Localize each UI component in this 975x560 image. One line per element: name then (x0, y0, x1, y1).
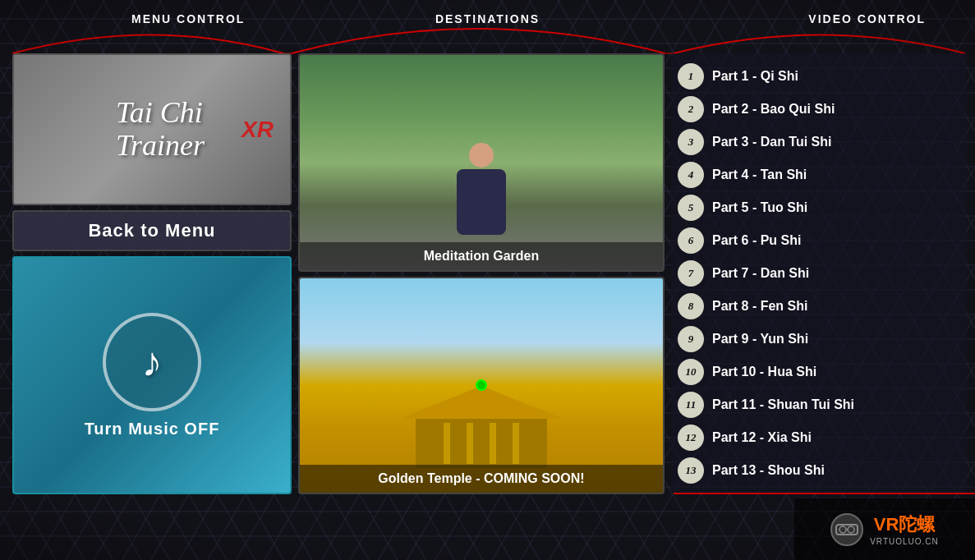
svg-point-3 (839, 526, 846, 533)
video-part-item[interactable]: 1Part 1 - Qi Shi (671, 60, 967, 93)
vr-sub-label: VRTUOLUO.CN (870, 537, 939, 546)
part-name: Part 1 - Qi Shi (712, 69, 798, 84)
part-badge: 1 (678, 63, 704, 90)
logo-xr-badge: XR (241, 117, 274, 143)
video-part-item[interactable]: 2Part 2 - Bao Qui Shi (671, 93, 967, 126)
part-badge: 2 (678, 96, 704, 122)
part-badge: 11 (678, 392, 704, 418)
part-name: Part 12 - Xia Shi (712, 430, 812, 445)
part-badge: 9 (678, 326, 704, 352)
part-badge: 8 (678, 293, 704, 319)
golden-temple-label: Golden Temple - COMING SOON! (300, 465, 663, 493)
vr-goggles-icon (835, 521, 858, 538)
part-name: Part 7 - Dan Shi (712, 266, 809, 281)
instructor-body (457, 169, 506, 235)
video-part-item[interactable]: 5Part 5 - Tuo Shi (671, 191, 967, 224)
part-badge: 6 (678, 227, 704, 254)
part-name: Part 4 - Tan Shi (712, 168, 807, 182)
vr-logo-icon (830, 513, 863, 546)
music-circle: ♪ (103, 313, 201, 411)
main-layout: Tai Chi Trainer XR Back to Menu ♪ Turn M… (12, 53, 967, 494)
video-part-item[interactable]: 4Part 4 - Tan Shi (671, 158, 967, 191)
temple-col-3 (490, 423, 496, 464)
part-badge: 7 (678, 260, 704, 287)
meditation-garden-label: Meditation Garden (300, 242, 663, 270)
video-part-item[interactable]: 10Part 10 - Hua Shi (671, 356, 967, 388)
video-part-item[interactable]: 9Part 9 - Yun Shi (671, 323, 967, 356)
left-panel: Tai Chi Trainer XR Back to Menu ♪ Turn M… (12, 53, 292, 494)
svg-point-4 (848, 526, 854, 533)
part-badge: 10 (678, 359, 704, 385)
temple-body (416, 419, 547, 468)
part-name: Part 13 - Shou Shi (712, 463, 825, 478)
part-name: Part 8 - Fen Shi (712, 299, 807, 314)
video-part-item[interactable]: 8Part 8 - Fen Shi (671, 290, 967, 323)
bottom-red-line (674, 493, 975, 494)
logo-line2: Trainer (116, 130, 205, 163)
logo-tile[interactable]: Tai Chi Trainer XR (12, 53, 292, 205)
temple-col-2 (467, 423, 473, 464)
music-note-icon: ♪ (142, 338, 163, 386)
video-part-item[interactable]: 13Part 13 - Shou Shi (671, 454, 967, 487)
back-to-menu-label: Back to Menu (88, 220, 215, 241)
vr-main-label: VR陀螺 (870, 512, 939, 537)
meditation-garden-tile[interactable]: Meditation Garden (298, 53, 665, 272)
menu-control-label: MENU CONTROL (131, 12, 245, 25)
temple-col-1 (444, 423, 450, 464)
part-badge: 3 (678, 129, 704, 155)
part-name: Part 9 - Yun Shi (712, 332, 808, 347)
logo-line1: Tai Chi (116, 97, 205, 130)
right-panel: 1Part 1 - Qi Shi2Part 2 - Bao Qui Shi3Pa… (671, 53, 967, 494)
part-badge: 4 (678, 162, 704, 188)
center-panel: Meditation Garden Golden Temple - COMING… (298, 53, 665, 494)
part-badge: 5 (678, 195, 704, 221)
video-part-item[interactable]: 12Part 12 - Xia Shi (671, 421, 967, 454)
part-name: Part 5 - Tuo Shi (712, 200, 807, 215)
music-button[interactable]: ♪ Turn Music OFF (12, 256, 292, 494)
instructor-figure (448, 143, 514, 241)
branding-bar: VR陀螺 VRTUOLUO.CN (794, 498, 975, 560)
part-badge: 12 (678, 425, 704, 451)
video-part-item[interactable]: 7Part 7 - Dan Shi (671, 257, 967, 290)
part-name: Part 11 - Shuan Tui Shi (712, 397, 854, 412)
golden-temple-tile[interactable]: Golden Temple - COMING SOON! (298, 277, 665, 495)
back-to-menu-button[interactable]: Back to Menu (12, 210, 292, 251)
logo-text-block: Tai Chi Trainer (99, 97, 205, 162)
temple-structure (399, 386, 563, 468)
vr-logo-text: VR陀螺 VRTUOLUO.CN (870, 512, 939, 546)
video-part-item[interactable]: 6Part 6 - Pu Shi (671, 224, 967, 257)
instructor-head (469, 143, 494, 168)
part-name: Part 10 - Hua Shi (712, 365, 816, 379)
video-part-item[interactable]: 11Part 11 - Shuan Tui Shi (671, 388, 967, 421)
part-name: Part 2 - Bao Qui Shi (712, 102, 835, 117)
part-name: Part 6 - Pu Shi (712, 233, 801, 248)
destinations-label: DESTINATIONS (435, 12, 540, 25)
music-label: Turn Music OFF (85, 420, 220, 438)
green-dot-indicator (476, 379, 487, 391)
part-badge: 13 (678, 457, 704, 484)
video-part-item[interactable]: 3Part 3 - Dan Tui Shi (671, 126, 967, 158)
part-name: Part 3 - Dan Tui Shi (712, 135, 832, 149)
temple-col-4 (513, 423, 519, 464)
video-control-label: VIDEO CONTROL (808, 12, 926, 25)
